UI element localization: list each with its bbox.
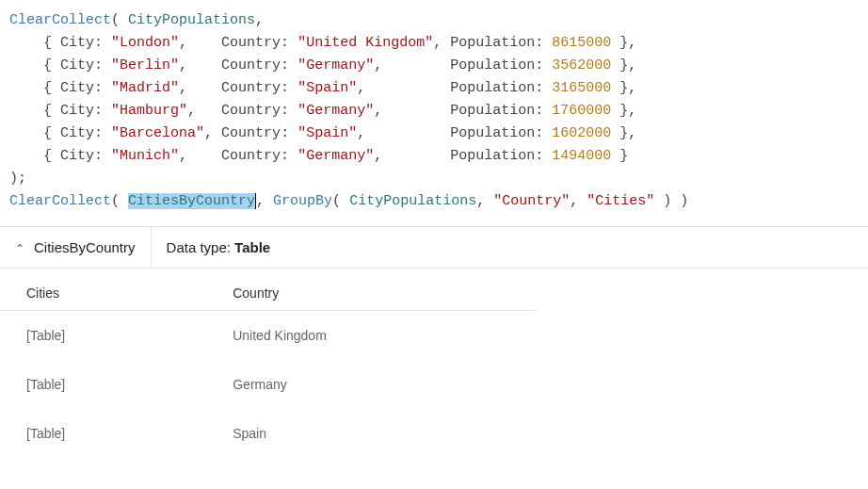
identifier-citiesbycountry-selected[interactable]: CitiesByCountry bbox=[128, 193, 256, 209]
key-country: Country bbox=[221, 148, 281, 164]
value-population: 1494000 bbox=[552, 148, 611, 164]
identifier-citypopulations: CityPopulations bbox=[349, 193, 476, 209]
value-city: "Madrid" bbox=[111, 80, 179, 96]
colon: : bbox=[281, 80, 297, 96]
pad: , bbox=[179, 80, 221, 96]
result-title: CitiesByCountry bbox=[34, 239, 136, 255]
value-country: "Spain" bbox=[297, 125, 357, 141]
colon: : bbox=[281, 57, 297, 73]
value-city: "Hamburg" bbox=[111, 103, 187, 119]
colon: : bbox=[281, 125, 297, 141]
column-header-country[interactable]: Country bbox=[206, 276, 537, 311]
key-city: City bbox=[60, 35, 94, 51]
pad: , bbox=[374, 57, 450, 73]
colon: : bbox=[535, 125, 552, 141]
colon: : bbox=[281, 103, 297, 119]
brace-close: }, bbox=[611, 80, 636, 96]
key-city: City bbox=[60, 57, 94, 73]
pad: , bbox=[204, 125, 221, 141]
pad: , bbox=[433, 35, 450, 51]
code-line: { City: "Munich", Country: "Germany", Po… bbox=[9, 145, 859, 168]
brace-close: }, bbox=[611, 103, 636, 119]
cell-country: Spain bbox=[206, 409, 537, 458]
code-line: ClearCollect( CityPopulations, bbox=[9, 9, 859, 32]
colon: : bbox=[535, 80, 552, 96]
key-city: City bbox=[60, 80, 94, 96]
indent bbox=[9, 103, 43, 119]
paren-open: ( bbox=[111, 193, 128, 209]
pad: , bbox=[374, 103, 450, 119]
result-table-area: Cities Country [Table]United Kingdom[Tab… bbox=[0, 269, 868, 458]
brace-close: }, bbox=[611, 35, 636, 51]
result-header: ⌄ CitiesByCountry Data type: Table bbox=[0, 227, 868, 269]
code-line: { City: "Madrid", Country: "Spain", Popu… bbox=[9, 77, 859, 100]
pad: , bbox=[374, 148, 450, 164]
colon: : bbox=[535, 35, 552, 51]
pad: , bbox=[357, 125, 450, 141]
datatype-label: Data type: bbox=[167, 239, 235, 255]
colon: : bbox=[94, 35, 111, 51]
cell-cities[interactable]: [Table] bbox=[0, 409, 206, 458]
table-row[interactable]: [Table]Germany bbox=[0, 360, 537, 409]
string-country: "Country" bbox=[493, 193, 570, 209]
paren-open: ( bbox=[332, 193, 349, 209]
value-population: 3562000 bbox=[552, 57, 611, 73]
colon: : bbox=[281, 35, 297, 51]
indent bbox=[9, 125, 43, 141]
cell-country: Germany bbox=[206, 360, 537, 409]
brace-close: } bbox=[611, 148, 628, 164]
code-line: { City: "Barcelona", Country: "Spain", P… bbox=[9, 122, 859, 145]
value-country: "Germany" bbox=[297, 148, 374, 164]
cell-cities[interactable]: [Table] bbox=[0, 360, 206, 409]
value-country: "Germany" bbox=[297, 103, 374, 119]
colon: : bbox=[535, 103, 552, 119]
colon: : bbox=[94, 125, 111, 141]
brace-open: { bbox=[43, 125, 60, 141]
key-country: Country bbox=[221, 57, 281, 73]
indent bbox=[9, 35, 43, 51]
brace-close: }, bbox=[611, 57, 636, 73]
table-header-row: Cities Country bbox=[0, 276, 537, 311]
function-groupby: GroupBy bbox=[273, 193, 332, 209]
key-country: Country bbox=[221, 103, 281, 119]
cell-country: United Kingdom bbox=[206, 311, 537, 360]
value-population: 1602000 bbox=[552, 125, 611, 141]
comma: , bbox=[256, 193, 273, 209]
key-population: Population bbox=[450, 125, 535, 141]
result-table: Cities Country [Table]United Kingdom[Tab… bbox=[0, 276, 537, 458]
brace-open: { bbox=[43, 148, 60, 164]
brace-open: { bbox=[43, 80, 60, 96]
code-line: ClearCollect( CitiesByCountry, GroupBy( … bbox=[9, 190, 859, 213]
code-line: { City: "Berlin", Country: "Germany", Po… bbox=[9, 55, 859, 77]
value-country: "United Kingdom" bbox=[297, 35, 433, 51]
column-header-cities[interactable]: Cities bbox=[0, 276, 206, 311]
value-population: 3165000 bbox=[552, 80, 611, 96]
key-population: Population bbox=[450, 35, 535, 51]
indent bbox=[9, 80, 43, 96]
comma: , bbox=[570, 193, 587, 209]
colon: : bbox=[94, 80, 111, 96]
table-row[interactable]: [Table]United Kingdom bbox=[0, 311, 537, 360]
key-city: City bbox=[60, 125, 94, 141]
string-cities: "Cities" bbox=[587, 193, 654, 209]
formula-editor[interactable]: ClearCollect( CityPopulations, { City: "… bbox=[0, 0, 868, 227]
table-row[interactable]: [Table]Spain bbox=[0, 409, 537, 458]
key-population: Population bbox=[450, 57, 535, 73]
key-city: City bbox=[60, 148, 94, 164]
result-header-left[interactable]: ⌄ CitiesByCountry bbox=[0, 227, 152, 268]
pad: , bbox=[179, 57, 221, 73]
brace-close: }, bbox=[611, 125, 636, 141]
colon: : bbox=[94, 57, 111, 73]
key-population: Population bbox=[450, 148, 535, 164]
value-country: "Spain" bbox=[297, 80, 357, 96]
colon: : bbox=[94, 148, 111, 164]
function-clearcollect: ClearCollect bbox=[9, 193, 111, 209]
cell-cities[interactable]: [Table] bbox=[0, 311, 206, 360]
result-header-right: Data type: Table bbox=[152, 239, 286, 255]
pad: , bbox=[187, 103, 221, 119]
value-city: "Barcelona" bbox=[111, 125, 204, 141]
comma: , bbox=[255, 12, 264, 28]
value-population: 1760000 bbox=[552, 103, 611, 119]
indent bbox=[9, 57, 43, 73]
value-country: "Germany" bbox=[297, 57, 374, 73]
